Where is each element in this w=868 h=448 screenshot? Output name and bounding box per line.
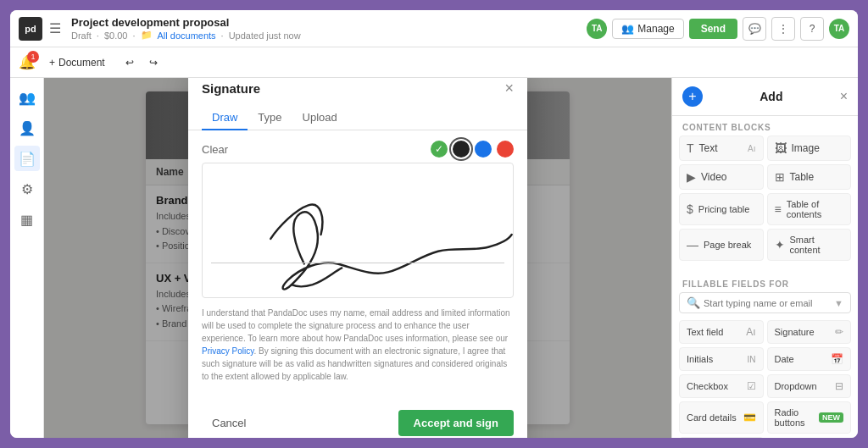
pd-logo: pd bbox=[19, 17, 42, 41]
signature-canvas[interactable] bbox=[202, 163, 514, 298]
signature-line bbox=[211, 263, 504, 263]
block-image[interactable]: 🖼 Image bbox=[767, 136, 852, 161]
block-text[interactable]: T Text Aı bbox=[679, 136, 764, 161]
right-panel: + Add × CONTENT BLOCKS T Text Aı 🖼 Image… bbox=[671, 78, 858, 438]
user-avatar: TA bbox=[587, 19, 607, 39]
sidebar-grid-btn[interactable]: ▦ bbox=[14, 207, 40, 232]
send-button[interactable]: Send bbox=[689, 19, 737, 39]
modal-title: Signature bbox=[202, 81, 260, 96]
color-picker: ✓ bbox=[431, 141, 514, 158]
field-initials[interactable]: Initials IN bbox=[679, 347, 764, 371]
block-smart[interactable]: ✦ Smart content bbox=[767, 229, 852, 261]
modal-close-button[interactable]: × bbox=[504, 80, 514, 97]
dropdown-field-icon: ⊟ bbox=[835, 380, 843, 392]
smart-icon: ✦ bbox=[775, 238, 785, 252]
fillable-fields-grid: Text field Aı Signature ✏ Initials IN Da… bbox=[672, 320, 858, 438]
notification-icon-wrap: 🔔 1 bbox=[19, 54, 36, 70]
fillable-search[interactable]: 🔍 ▼ bbox=[679, 292, 851, 313]
content-blocks-label: CONTENT BLOCKS bbox=[672, 116, 858, 136]
block-table[interactable]: ⊞ Table bbox=[767, 164, 852, 190]
field-date[interactable]: Date 📅 bbox=[767, 347, 852, 371]
checkbox-icon: ☑ bbox=[747, 380, 756, 392]
plus-icon: + bbox=[49, 57, 55, 69]
doc-meta: Draft · $0.00 · 📁 All documents · Update… bbox=[71, 30, 580, 41]
field-files[interactable]: Collect files 📎 bbox=[679, 437, 764, 438]
color-dot-blue[interactable] bbox=[475, 141, 492, 158]
new-badge: NEW bbox=[819, 412, 843, 423]
all-documents-link[interactable]: All documents bbox=[158, 30, 216, 41]
redo-btn[interactable]: ↪ bbox=[142, 53, 164, 72]
checkmark-icon: ✓ bbox=[431, 141, 448, 158]
modal-body: Clear ✓ bbox=[188, 130, 527, 401]
fillable-search-input[interactable] bbox=[704, 298, 831, 308]
ai-icon: Aı bbox=[746, 326, 755, 338]
folder-icon: 📁 bbox=[141, 30, 153, 41]
tab-upload[interactable]: Upload bbox=[292, 106, 348, 130]
sidebar-people-btn[interactable]: 👥 bbox=[14, 85, 40, 110]
clear-button[interactable]: Clear bbox=[202, 143, 228, 156]
dropdown-icon[interactable]: ▼ bbox=[834, 298, 843, 308]
pagebreak-icon: — bbox=[687, 238, 698, 252]
panel-header: + Add × bbox=[672, 78, 858, 116]
more-options-btn[interactable]: ⋮ bbox=[771, 17, 795, 41]
privacy-policy-link[interactable]: Privacy Policy bbox=[202, 346, 254, 356]
field-dropdown[interactable]: Dropdown ⊟ bbox=[767, 374, 852, 398]
doc-title: Project development proposal bbox=[71, 16, 580, 29]
main-content: 👥 👤 📄 ⚙ ▦ Name bbox=[10, 78, 858, 438]
content-blocks-grid: T Text Aı 🖼 Image ▶ Video ⊞ Table $ bbox=[672, 136, 858, 268]
search-icon: 🔍 bbox=[687, 296, 700, 309]
sidebar-doc-btn[interactable]: 📄 bbox=[14, 146, 40, 171]
field-text[interactable]: Text field Aı bbox=[679, 320, 764, 344]
document-area: Name Brand Strategy Includes:• Discovery… bbox=[44, 78, 671, 438]
block-toc[interactable]: ≡ Table of contents bbox=[767, 193, 852, 225]
table-icon: ⊞ bbox=[775, 170, 785, 184]
tab-type[interactable]: Type bbox=[248, 106, 292, 130]
block-pricing[interactable]: $ Pricing table bbox=[679, 193, 764, 225]
cancel-button[interactable]: Cancel bbox=[202, 412, 256, 434]
video-icon: ▶ bbox=[687, 170, 696, 184]
block-video[interactable]: ▶ Video bbox=[679, 164, 764, 190]
block-pagebreak[interactable]: — Page break bbox=[679, 229, 764, 261]
help-btn[interactable]: ? bbox=[800, 17, 824, 41]
field-checkbox[interactable]: Checkbox ☑ bbox=[679, 374, 764, 398]
accept-sign-button[interactable]: Accept and sign bbox=[398, 410, 514, 436]
signature-modal: Signature × Draw Type Upload Clear ✓ bbox=[188, 78, 527, 438]
image-icon: 🖼 bbox=[775, 141, 787, 155]
initials-icon: IN bbox=[748, 355, 756, 364]
sidebar-settings-btn[interactable]: ⚙ bbox=[14, 176, 40, 202]
top-bar: pd ☰ Project development proposal Draft … bbox=[10, 10, 858, 47]
notification-badge: 1 bbox=[27, 51, 39, 63]
current-user-avatar: TA bbox=[829, 19, 849, 39]
toc-icon: ≡ bbox=[775, 202, 782, 216]
pen-icon: ✏ bbox=[835, 326, 843, 338]
signature-toolbar: Clear ✓ bbox=[202, 141, 514, 158]
fillable-fields-label: FILLABLE FIELDS FOR bbox=[672, 274, 858, 292]
menu-icon[interactable]: ☰ bbox=[49, 20, 61, 36]
color-dot-red[interactable] bbox=[497, 141, 514, 158]
sidebar-adduser-btn[interactable]: 👤 bbox=[14, 115, 40, 141]
field-card[interactable]: Card details 💳 bbox=[679, 401, 764, 434]
top-actions: TA 👥 Manage Send 💬 ⋮ ? TA bbox=[587, 17, 849, 41]
doc-price: $0.00 bbox=[104, 30, 128, 41]
card-icon: 💳 bbox=[743, 412, 756, 423]
modal-legal-text: I understand that PandaDoc uses my name,… bbox=[202, 307, 514, 383]
text-ai-icon: Aı bbox=[748, 144, 755, 153]
field-signature[interactable]: Signature ✏ bbox=[767, 320, 852, 344]
undo-btn[interactable]: ↩ bbox=[119, 53, 141, 72]
modal-tabs: Draw Type Upload bbox=[188, 97, 527, 130]
undo-redo-group: ↩ ↪ bbox=[119, 53, 164, 72]
field-radio[interactable]: Radio buttons NEW bbox=[767, 401, 852, 434]
second-toolbar: 🔔 1 + Document ↩ ↪ bbox=[10, 47, 858, 78]
panel-title: Add bbox=[760, 90, 782, 103]
panel-add-btn[interactable]: + bbox=[682, 86, 703, 107]
color-dot-black[interactable] bbox=[453, 141, 470, 158]
tab-draw[interactable]: Draw bbox=[202, 106, 248, 130]
add-document-btn[interactable]: + Document bbox=[42, 53, 112, 72]
message-icon-btn[interactable]: 💬 bbox=[743, 17, 766, 41]
panel-close-button[interactable]: × bbox=[840, 89, 848, 104]
manage-button[interactable]: 👥 Manage bbox=[612, 19, 683, 39]
updated-time: Updated just now bbox=[229, 30, 301, 41]
pricing-icon: $ bbox=[687, 202, 693, 216]
modal-footer: Cancel Accept and sign bbox=[188, 401, 527, 438]
doc-title-area: Project development proposal Draft · $0.… bbox=[71, 16, 580, 41]
